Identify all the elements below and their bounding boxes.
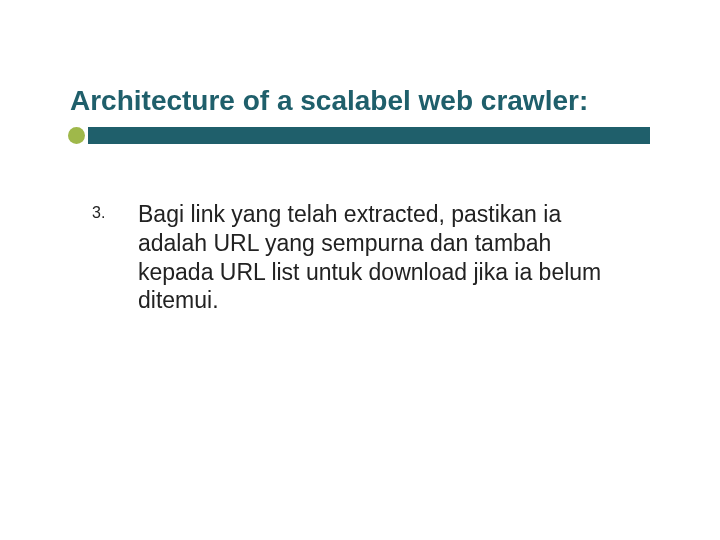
list-body-text: Bagi link yang telah extracted, pastikan… [138, 200, 618, 315]
list-number: 3. [92, 200, 110, 315]
content-row: 3. Bagi link yang telah extracted, pasti… [70, 200, 650, 315]
accent-dot-icon [68, 127, 85, 144]
title-underline [70, 127, 650, 145]
accent-bar [88, 127, 650, 144]
slide: Architecture of a scalabel web crawler: … [0, 0, 720, 540]
slide-title: Architecture of a scalabel web crawler: [70, 85, 650, 117]
